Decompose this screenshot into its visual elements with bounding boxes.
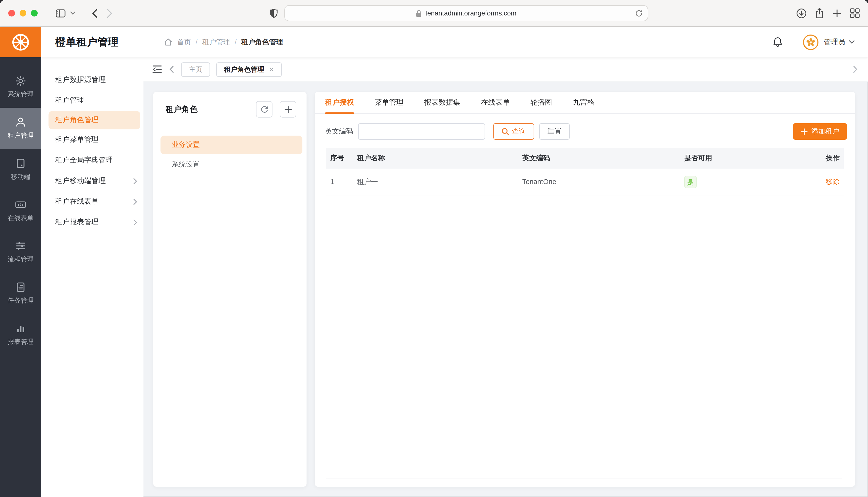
tenant-role-panel: 租户角色 业务设置 系统设置 [153,92,306,487]
sidebar-item-system-mgmt[interactable]: 系统管理 [0,67,41,108]
submenu-item-report[interactable]: 租户报表管理 [41,212,143,232]
sidebar-toggle-icon[interactable] [51,9,70,17]
detail-tabs: 租户授权 菜单管理 报表数据集 在线表单 轮播图 九宫格 [315,92,855,114]
app-logo[interactable] [0,27,41,57]
submenu-item-online-form[interactable]: 租户在线表单 [41,191,143,212]
submenu-item-tenant-role[interactable]: 租户角色管理 [49,111,140,129]
tabs-scroll-right-icon[interactable] [853,66,858,73]
privacy-shield-icon[interactable] [265,9,282,18]
search-toolbar: 英文编码 查询 重置 添加租户 [315,114,855,140]
tab-tenant-role-mgmt[interactable]: 租户角色管理 ✕ [216,62,282,76]
cell-english-code: TenantOne [518,178,680,186]
tab-overview-icon[interactable] [850,8,860,18]
remove-link[interactable]: 移除 [826,178,840,185]
table-row: 1 租户一 TenantOne 是 移除 [326,169,844,195]
chevron-right-icon [133,219,137,226]
panel-footer-divider [326,478,842,479]
app-header: 橙单租户管理 首页 / 租户管理 / 租户角色管理 [41,27,868,57]
person-icon [15,116,26,128]
downloads-icon[interactable] [796,8,807,18]
url-text: tenantadmin.orangeforms.com [426,9,516,17]
submenu-item-tenant-menu[interactable]: 租户菜单管理 [41,129,143,150]
table-header-row: 序号 租户名称 英文编码 是否可用 操作 [326,148,844,169]
role-item-business-settings[interactable]: 业务设置 [161,136,302,154]
page-tabstrip: 主页 租户角色管理 ✕ [143,57,868,82]
reload-icon[interactable] [635,10,643,17]
user-name[interactable]: 管理员 [824,38,845,47]
search-icon [501,128,509,135]
role-item-system-settings[interactable]: 系统设置 [161,155,302,174]
gear-icon [15,75,26,87]
address-bar[interactable]: tenantadmin.orangeforms.com [284,5,648,21]
primary-sidebar: 系统管理 租户管理 移动端 在线表单 流程管理 任务管理 [0,57,41,497]
bar-chart-icon [15,323,26,334]
sliders-icon [15,240,26,252]
form-icon [14,199,27,210]
breadcrumb-tenant-mgmt[interactable]: 租户管理 [202,38,230,47]
share-icon[interactable] [815,8,824,18]
chevron-right-icon [133,198,137,205]
sidebar-item-process-mgmt[interactable]: 流程管理 [0,231,41,273]
cell-index: 1 [326,178,353,186]
avatar[interactable] [803,34,818,50]
tab-report-dataset[interactable]: 报表数据集 [424,92,460,113]
sidebar-item-report-mgmt[interactable]: 报表管理 [0,314,41,355]
tab-online-form[interactable]: 在线表单 [481,92,510,113]
user-chevron-down-icon[interactable] [849,40,855,44]
sidebar-item-mobile[interactable]: 移动端 [0,149,41,190]
cell-tenant-name: 租户一 [353,177,518,186]
close-window-button[interactable] [8,10,15,16]
tenant-detail-panel: 租户授权 菜单管理 报表数据集 在线表单 轮播图 九宫格 英文编码 查询 [315,92,855,487]
plus-icon [284,105,292,113]
tab-tenant-auth[interactable]: 租户授权 [325,92,354,113]
task-document-icon [15,282,26,293]
browser-toolbar: tenantadmin.orangeforms.com [0,0,868,27]
browser-window: tenantadmin.orangeforms.com [0,0,868,497]
add-role-button[interactable] [280,101,296,117]
menu-fold-icon[interactable] [152,65,162,74]
query-button[interactable]: 查询 [493,123,534,140]
lock-icon [416,10,422,17]
status-badge: 是 [684,175,697,188]
app-header-row: 橙单租户管理 首页 / 租户管理 / 租户角色管理 [0,27,868,57]
refresh-button[interactable] [256,101,273,117]
refresh-icon [260,105,268,113]
page-title: 橙单租户管理 [55,35,119,49]
sidebar-item-tenant-mgmt[interactable]: 租户管理 [0,108,41,149]
reset-button[interactable]: 重置 [539,123,570,140]
tabs-scroll-left-icon[interactable] [168,66,175,73]
breadcrumb-current: 租户角色管理 [241,38,283,47]
english-code-input[interactable] [358,123,485,140]
mobile-device-icon [15,158,26,169]
secondary-sidebar: 租户数据源管理 租户管理 租户角色管理 租户菜单管理 租户全局字典管理 租户移动… [41,57,143,497]
orange-wheel-icon [10,31,31,53]
submenu-item-tenant[interactable]: 租户管理 [41,90,143,111]
tab-menu-mgmt[interactable]: 菜单管理 [375,92,403,113]
tab-carousel[interactable]: 轮播图 [531,92,552,113]
screenshot-viewport: tenantadmin.orangeforms.com [0,0,868,497]
breadcrumb-home[interactable]: 首页 [177,38,191,47]
breadcrumb: 首页 / 租户管理 / 租户角色管理 [164,38,283,47]
back-button[interactable] [87,9,102,18]
minimize-window-button[interactable] [19,10,26,16]
panel-title: 租户角色 [166,104,198,115]
close-tab-icon[interactable]: ✕ [269,66,274,72]
search-field-label: 英文编码 [325,127,353,136]
submenu-item-datasource[interactable]: 租户数据源管理 [41,70,143,90]
submenu-item-mobile-mgmt[interactable]: 租户移动端管理 [41,171,143,191]
zoom-window-button[interactable] [31,10,38,16]
notification-bell-icon[interactable] [773,37,783,47]
new-tab-icon[interactable] [832,9,842,18]
forward-button[interactable] [102,9,117,18]
sidebar-item-online-form[interactable]: 在线表单 [0,190,41,231]
chevron-right-icon [133,178,137,184]
tab-grid-nine[interactable]: 九宫格 [573,92,594,113]
sidebar-item-task-mgmt[interactable]: 任务管理 [0,273,41,314]
submenu-item-global-dict[interactable]: 租户全局字典管理 [41,150,143,171]
sidebar-chevron-down-icon[interactable] [70,11,80,15]
home-icon [164,38,173,46]
tab-home[interactable]: 主页 [181,62,210,76]
window-controls [8,10,38,16]
citrus-avatar-icon [805,37,816,47]
add-tenant-button[interactable]: 添加租户 [793,123,847,140]
